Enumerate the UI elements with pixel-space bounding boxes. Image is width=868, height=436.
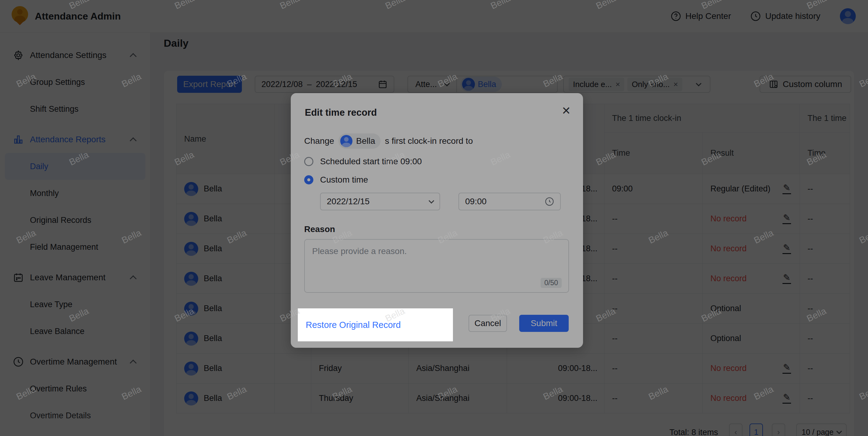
- restore-original-record-link[interactable]: Restore Original Record: [306, 320, 401, 330]
- restore-highlight-box: Restore Original Record: [298, 308, 453, 341]
- spotlight-overlay: [0, 0, 868, 436]
